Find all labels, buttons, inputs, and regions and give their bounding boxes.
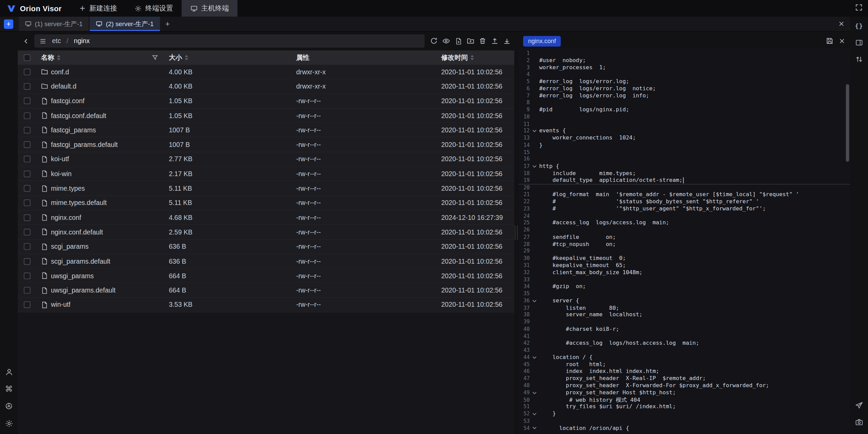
code-line[interactable]: 13 worker_connections 1024; <box>518 135 850 142</box>
code-line[interactable]: 33 <box>518 276 850 283</box>
code-line[interactable]: 20 <box>518 184 850 191</box>
file-name[interactable]: fastcgi_params.default <box>51 141 118 149</box>
code-line[interactable]: 48 proxy_set_header X-Forwarded-For $pro… <box>518 382 850 390</box>
row-checkbox[interactable] <box>24 287 31 294</box>
code-line[interactable]: 49 proxy_set_header Host $http_host; <box>518 389 850 396</box>
code-editor[interactable]: 12#user nobody;3worker_processes 1;45#er… <box>518 48 850 434</box>
code-line[interactable]: 53 <box>518 418 850 425</box>
table-row[interactable]: koi-utf2.77 KB-rw-r--r--2020-11-01 10:02… <box>18 152 514 167</box>
table-row[interactable]: nginx.conf.default2.59 KB-rw-r--r--2020-… <box>18 225 514 240</box>
menu-terminal-settings[interactable]: 终端设置 <box>126 0 182 17</box>
code-line[interactable]: 32 client_max_body_size 1048m; <box>518 269 850 276</box>
code-line[interactable]: 19 default_type application/octet-stream… <box>518 177 850 184</box>
code-line[interactable]: 42 #access_log logs/host.access.log main… <box>518 340 850 347</box>
code-line[interactable]: 12events { <box>518 128 850 135</box>
fold-chevron-icon[interactable] <box>530 128 539 134</box>
fold-chevron-icon[interactable] <box>530 425 539 431</box>
code-line[interactable]: 41 <box>518 333 850 340</box>
file-name[interactable]: nginx.conf.default <box>51 228 103 236</box>
file-name[interactable]: mime.types <box>51 185 85 192</box>
back-icon[interactable] <box>20 35 32 47</box>
breadcrumb-current[interactable]: nginx <box>74 37 90 45</box>
table-row[interactable]: scgi_params.default636 B-rw-r--r--2020-1… <box>18 254 514 269</box>
row-checkbox[interactable] <box>24 258 31 265</box>
code-line[interactable]: 3worker_processes 1; <box>518 64 850 71</box>
sort-mtime-button[interactable] <box>471 55 474 60</box>
row-checkbox[interactable] <box>24 141 31 148</box>
file-name[interactable]: fastcgi_params <box>51 126 96 134</box>
code-line[interactable]: 11 <box>518 120 850 128</box>
code-line[interactable]: 36 server { <box>518 297 850 304</box>
code-line[interactable]: 1 <box>518 50 850 57</box>
file-name[interactable]: fastcgi.conf <box>51 97 84 105</box>
file-name[interactable]: scgi_params <box>51 243 88 250</box>
path-breadcrumb[interactable]: etc / nginx <box>34 34 425 48</box>
fold-chevron-icon[interactable] <box>530 298 539 304</box>
code-line[interactable]: 7#error_log logs/error.log info; <box>518 92 850 99</box>
row-checkbox[interactable] <box>24 229 31 235</box>
close-editor-icon[interactable] <box>839 38 845 44</box>
table-row[interactable]: fastcgi_params1007 B-rw-r--r--2020-11-01… <box>18 123 514 138</box>
file-name[interactable]: scgi_params.default <box>51 257 110 265</box>
code-line[interactable]: 52 } <box>518 411 850 418</box>
code-line[interactable]: 23 # '"$http_user_agent" "$http_x_forwar… <box>518 205 850 212</box>
code-line[interactable]: 6#error_log logs/error.log notice; <box>518 85 850 92</box>
code-line[interactable]: 43 <box>518 347 850 354</box>
save-icon[interactable] <box>826 37 833 45</box>
code-line[interactable]: 26 <box>518 227 850 234</box>
breadcrumb-root[interactable]: etc <box>52 37 61 45</box>
settings-gear-icon[interactable] <box>4 418 14 428</box>
theme-icon[interactable] <box>4 401 14 411</box>
new-file-icon[interactable] <box>452 35 465 47</box>
row-checkbox[interactable] <box>24 83 31 90</box>
table-row[interactable]: uwsgi_params.default664 B-rw-r--r--2020-… <box>18 283 514 298</box>
code-line[interactable]: 17http { <box>518 163 850 170</box>
editor-file-tab[interactable]: nginx.conf <box>523 36 561 46</box>
layout-panel-icon[interactable] <box>854 38 864 48</box>
code-line[interactable]: 2#user nobody; <box>518 57 850 64</box>
code-line[interactable]: 25 #access_log logs/access.log main; <box>518 220 850 227</box>
code-line[interactable]: 39 <box>518 319 850 326</box>
editor-scrollbar-thumb[interactable] <box>846 84 849 162</box>
close-sftp-icon[interactable] <box>838 20 845 27</box>
show-hidden-eye-icon[interactable] <box>440 35 452 47</box>
code-line[interactable]: 31 keepalive_timeout 65; <box>518 262 850 269</box>
code-line[interactable]: 18 include mime.types; <box>518 170 850 177</box>
code-line[interactable]: 34 #gzip on; <box>518 283 850 290</box>
sort-size-button[interactable] <box>185 55 188 60</box>
table-row[interactable]: scgi_params636 B-rw-r--r--2020-11-01 10:… <box>18 240 514 254</box>
code-line[interactable]: 29 <box>518 248 850 255</box>
delete-trash-icon[interactable] <box>477 35 489 47</box>
row-checkbox[interactable] <box>24 170 31 177</box>
table-row[interactable]: mime.types5.11 KB-rw-r--r--2020-11-01 10… <box>18 181 514 196</box>
new-connection-button[interactable]: + <box>4 19 13 29</box>
tab-server-1[interactable]: (1) server-生产-1 <box>19 17 89 31</box>
file-name[interactable]: mime.types.default <box>51 199 106 207</box>
file-name[interactable]: fastcgi.conf.default <box>51 112 106 119</box>
code-line[interactable]: 24 <box>518 212 850 220</box>
code-line[interactable]: 46 index index.html index.htm; <box>518 368 850 375</box>
menu-host-terminal[interactable]: 主机终端 <box>182 0 238 17</box>
tab-server-2[interactable]: (2) server-生产-1 <box>90 17 160 31</box>
row-checkbox[interactable] <box>24 98 31 105</box>
send-command-icon[interactable] <box>854 401 864 411</box>
row-checkbox[interactable] <box>24 156 31 163</box>
user-icon[interactable] <box>4 367 14 377</box>
code-line[interactable]: 38 server_name localhost; <box>518 312 850 319</box>
menu-new-connection[interactable]: 新建连接 <box>71 0 126 17</box>
add-tab-button[interactable]: + <box>165 19 170 28</box>
row-checkbox[interactable] <box>24 127 31 134</box>
fold-chevron-icon[interactable] <box>530 390 539 396</box>
code-line[interactable]: 35 <box>518 290 850 298</box>
code-line[interactable]: 45 root html; <box>518 361 850 368</box>
row-checkbox[interactable] <box>24 185 31 192</box>
file-name[interactable]: uwsgi_params.default <box>51 286 116 294</box>
code-line[interactable]: 44 location / { <box>518 354 850 361</box>
file-name[interactable]: conf.d <box>51 68 69 76</box>
code-line[interactable]: 21 #log_format main '$remote_addr - $rem… <box>518 191 850 199</box>
list-icon[interactable] <box>39 37 46 44</box>
sort-swap-icon[interactable] <box>854 54 864 64</box>
code-line[interactable]: 30 #keepalive_timeout 0; <box>518 255 850 262</box>
code-line[interactable]: 9#pid logs/nginx.pid; <box>518 107 850 114</box>
sort-name-button[interactable] <box>57 55 60 60</box>
